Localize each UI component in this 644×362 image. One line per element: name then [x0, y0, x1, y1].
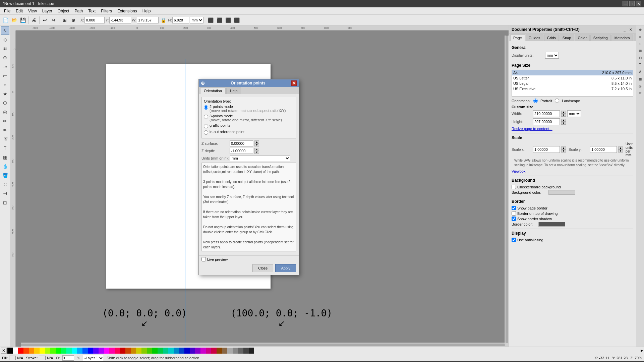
size-item-uslegal[interactable]: US Legal 8.5 x 14.0 in	[512, 81, 633, 86]
redo-btn[interactable]: ↪	[50, 16, 58, 24]
far-right-btn-6[interactable]: T	[637, 61, 644, 68]
width-input[interactable]	[533, 110, 560, 117]
tool-select[interactable]: ↖	[1, 26, 9, 35]
menu-help[interactable]: Help	[140, 8, 154, 14]
far-right-btn-7[interactable]: A	[637, 68, 644, 75]
opacity-input[interactable]	[62, 355, 74, 361]
antialiasing-checkbox[interactable]	[512, 238, 516, 242]
palette-color[interactable]	[163, 348, 168, 354]
tab-color[interactable]: Color	[575, 35, 590, 41]
stroke-color-box[interactable]	[39, 356, 46, 360]
units-select[interactable]: mm px in	[190, 17, 203, 23]
units-select[interactable]: mm in	[230, 155, 290, 161]
size-item-a4[interactable]: A4 210.0 x 297.0 mm	[512, 70, 633, 75]
tool-3d[interactable]: ⬡	[1, 99, 9, 107]
palette-color[interactable]	[249, 348, 254, 354]
tab-snap[interactable]: Snap	[560, 35, 574, 41]
height-input[interactable]	[533, 118, 560, 125]
scale-y-input[interactable]	[590, 146, 617, 153]
tab-page[interactable]: Page	[510, 35, 525, 41]
tool-rect[interactable]: ▭	[1, 71, 9, 80]
menu-extensions[interactable]: Extensions	[115, 8, 140, 14]
palette-color[interactable]	[23, 348, 29, 354]
far-right-btn-9[interactable]: ◎	[637, 82, 644, 89]
scale-y-up[interactable]: ▲	[618, 146, 623, 149]
palette-color[interactable]	[243, 348, 249, 354]
scrollbar-vertical[interactable]	[505, 36, 509, 343]
minimize-btn[interactable]: —	[623, 1, 628, 6]
palette-color[interactable]	[238, 348, 243, 354]
open-btn[interactable]: 📂	[10, 16, 18, 24]
close-window-btn[interactable]: ✕	[636, 1, 641, 6]
palette-color[interactable]	[152, 348, 158, 354]
far-right-btn-10[interactable]: ✏	[637, 89, 644, 96]
maximize-btn[interactable]: □	[629, 1, 635, 6]
radio-graffiti-input[interactable]	[204, 124, 208, 128]
height-down[interactable]: ▼	[561, 122, 566, 125]
palette-color[interactable]	[125, 348, 131, 354]
palette-color[interactable]	[104, 348, 109, 354]
palette-color[interactable]	[109, 348, 115, 354]
palette-color[interactable]	[82, 348, 88, 354]
menu-layer[interactable]: Layer	[40, 8, 55, 14]
tab-scripting[interactable]: Scripting	[590, 35, 611, 41]
palette-color[interactable]	[141, 348, 147, 354]
menu-filters[interactable]: Filters	[98, 8, 115, 14]
palette-color[interactable]	[147, 348, 152, 354]
palette-color[interactable]	[61, 348, 66, 354]
tab-guides[interactable]: Guides	[526, 35, 543, 41]
lock-aspect-btn[interactable]: 🔒	[159, 16, 167, 24]
tool-dropper[interactable]: 💧	[1, 162, 9, 171]
z-surface-down[interactable]: ▼	[254, 143, 259, 146]
menu-edit[interactable]: Edit	[13, 8, 25, 14]
palette-scroll-right[interactable]: ▶	[640, 348, 644, 354]
palette-color[interactable]	[227, 348, 233, 354]
far-right-btn-4[interactable]: ⊞	[637, 47, 644, 54]
palette-color[interactable]	[184, 348, 190, 354]
menu-view[interactable]: View	[25, 8, 40, 14]
palette-color[interactable]	[50, 348, 56, 354]
radio-2pts-input[interactable]	[204, 105, 208, 110]
height-up[interactable]: ▲	[561, 119, 566, 122]
width-units[interactable]: mm	[567, 110, 581, 117]
save-btn[interactable]: 💾	[19, 16, 27, 24]
palette-color[interactable]	[190, 348, 195, 354]
palette-color[interactable]	[7, 348, 13, 354]
tool-star[interactable]: ★	[1, 89, 9, 98]
border-on-top-checkbox[interactable]	[512, 211, 516, 216]
scroll-thumb-v[interactable]	[506, 36, 508, 343]
palette-color[interactable]	[45, 348, 50, 354]
tool-pen[interactable]: ✒	[1, 126, 9, 134]
palette-color[interactable]	[206, 348, 211, 354]
new-btn[interactable]: 📄	[1, 16, 9, 24]
resize-page-btn[interactable]: Resize page to content...	[512, 127, 552, 131]
palette-color[interactable]	[168, 348, 174, 354]
palette-color[interactable]	[93, 348, 99, 354]
orientation-points-dialog[interactable]: ⊕ Orientation points ✕ Orientation Help …	[198, 79, 299, 275]
z-depth-down[interactable]: ▼	[254, 151, 259, 154]
tool-connector[interactable]: ⊣	[1, 189, 9, 198]
dialog-close-btn[interactable]: ✕	[291, 80, 297, 86]
zoom-fit-btn[interactable]: ⊞	[61, 16, 69, 24]
far-right-btn-1[interactable]: ⊕	[637, 26, 644, 33]
scroll-thumb-h[interactable]	[21, 344, 505, 346]
palette-color[interactable]	[179, 348, 184, 354]
palette-color[interactable]	[211, 348, 217, 354]
menu-path[interactable]: Path	[72, 8, 86, 14]
dialog-tab-orientation[interactable]: Orientation	[200, 87, 226, 94]
tool-text[interactable]: T	[1, 144, 9, 153]
palette-color[interactable]	[77, 348, 82, 354]
menu-text[interactable]: Text	[85, 8, 98, 14]
palette-color[interactable]	[66, 348, 72, 354]
z-surface-up[interactable]: ▲	[254, 140, 259, 143]
width-up[interactable]: ▲	[561, 111, 566, 114]
scale-x-input[interactable]	[533, 146, 560, 153]
tool-measure[interactable]: ⊸	[1, 62, 9, 71]
display-units-select[interactable]: mm px in	[545, 52, 559, 59]
align-top-btn[interactable]: ⬛	[233, 16, 241, 24]
menu-object[interactable]: Object	[55, 8, 72, 14]
doc-props-minimize[interactable]: _	[622, 27, 627, 32]
palette-color[interactable]	[136, 348, 141, 354]
z-depth-input[interactable]	[230, 148, 253, 154]
scale-x-down[interactable]: ▼	[561, 149, 566, 153]
